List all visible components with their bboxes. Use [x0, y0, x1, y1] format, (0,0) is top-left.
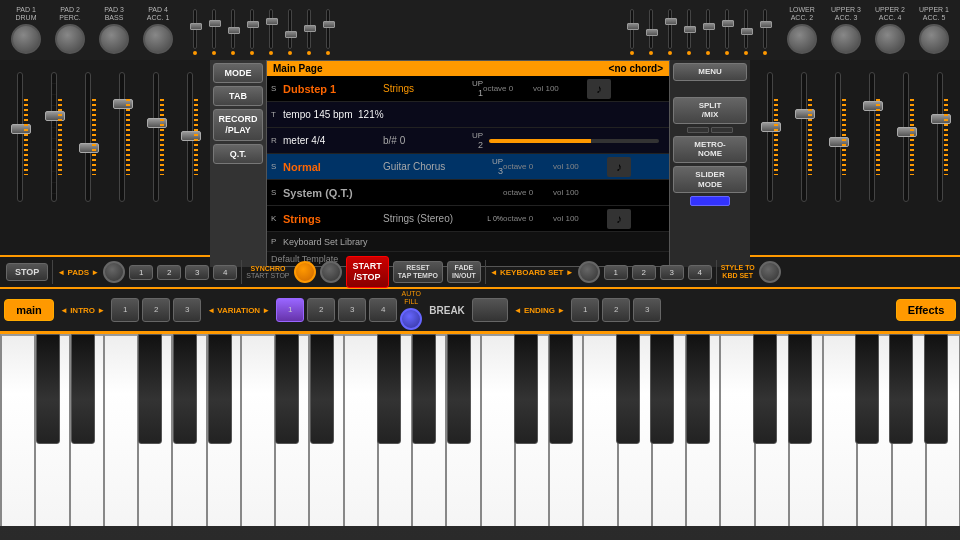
- ending-btn-1[interactable]: 1: [571, 298, 599, 322]
- acc2-circle[interactable]: [787, 24, 817, 54]
- pad1-button[interactable]: PAD 1 DRUM: [6, 6, 46, 53]
- fader-r7[interactable]: [739, 5, 753, 55]
- synchro-stop-btn[interactable]: [320, 261, 342, 283]
- kbd-num-4[interactable]: 4: [688, 265, 712, 280]
- variation-btn-2[interactable]: 2: [307, 298, 335, 322]
- fader-8[interactable]: [321, 5, 335, 55]
- white-key-4[interactable]: [104, 334, 138, 526]
- fader-r6[interactable]: [720, 5, 734, 55]
- intro-btn-2[interactable]: 2: [142, 298, 170, 322]
- split-slider-1[interactable]: [687, 127, 709, 133]
- white-key-27[interactable]: [892, 334, 926, 526]
- pad4-circle[interactable]: [143, 24, 173, 54]
- fader-4[interactable]: [245, 5, 259, 55]
- white-key-26[interactable]: [857, 334, 891, 526]
- white-key-24[interactable]: [789, 334, 823, 526]
- record-play-button[interactable]: RECORD /PLAY: [213, 109, 263, 141]
- pad-synchro-start[interactable]: [103, 261, 125, 283]
- display-row-strings[interactable]: K Strings Strings (Stereo) L 0% octave 0…: [267, 206, 669, 232]
- display-row-dubstep[interactable]: S Dubstep 1 Strings UP1 octave 0 vol 100…: [267, 76, 669, 102]
- pad3-circle[interactable]: [99, 24, 129, 54]
- white-key-7[interactable]: [207, 334, 241, 526]
- pad-num-3[interactable]: 3: [185, 265, 209, 280]
- white-key-28[interactable]: [926, 334, 960, 526]
- pad-num-1[interactable]: 1: [129, 265, 153, 280]
- pad-num-2[interactable]: 2: [157, 265, 181, 280]
- acc2-button[interactable]: LOWER ACC. 2: [782, 6, 822, 53]
- fader-r5[interactable]: [701, 5, 715, 55]
- kbd-num-3[interactable]: 3: [660, 265, 684, 280]
- kbd-circle[interactable]: [578, 261, 600, 283]
- white-key-19[interactable]: [618, 334, 652, 526]
- pad2-button[interactable]: PAD 2 PERC.: [50, 6, 90, 53]
- white-key-1[interactable]: [0, 334, 35, 526]
- display-row-normal[interactable]: S Normal Guitar Chorus UP3 octave 0 vol …: [267, 154, 669, 180]
- white-key-13[interactable]: [412, 334, 446, 526]
- white-key-22[interactable]: [720, 334, 754, 526]
- metronome-button[interactable]: METRO-NOME: [673, 136, 747, 163]
- auto-fill-btn[interactable]: [400, 308, 422, 330]
- acc3-circle[interactable]: [831, 24, 861, 54]
- white-key-5[interactable]: [138, 334, 172, 526]
- acc3-button[interactable]: UPPER 3 ACC. 3: [826, 6, 866, 53]
- effects-button[interactable]: Effects: [896, 299, 956, 321]
- display-row-kbdset[interactable]: P Keyboard Set Library: [267, 232, 669, 252]
- white-key-10[interactable]: [309, 334, 343, 526]
- fader-2[interactable]: [207, 5, 221, 55]
- slider-mode-button[interactable]: SLIDERMODE: [673, 166, 747, 193]
- white-key-15[interactable]: [481, 334, 515, 526]
- white-key-21[interactable]: [686, 334, 720, 526]
- acc5-circle[interactable]: [919, 24, 949, 54]
- split-mix-button[interactable]: SPLIT/MIX: [673, 97, 747, 124]
- pad-num-4[interactable]: 4: [213, 265, 237, 280]
- white-key-8[interactable]: [241, 334, 275, 526]
- mode-button[interactable]: MODE: [213, 63, 263, 83]
- white-key-25[interactable]: [823, 334, 857, 526]
- variation-btn-3[interactable]: 3: [338, 298, 366, 322]
- kbd-num-1[interactable]: 1: [604, 265, 628, 280]
- white-key-20[interactable]: [652, 334, 686, 526]
- white-key-12[interactable]: [378, 334, 412, 526]
- piano-keyboard[interactable]: [0, 331, 960, 526]
- synchro-start-btn[interactable]: [294, 261, 316, 283]
- main-button[interactable]: main: [4, 299, 54, 321]
- fader-3[interactable]: [226, 5, 240, 55]
- style-kbd-circle[interactable]: [759, 261, 781, 283]
- fader-1[interactable]: [188, 5, 202, 55]
- acc4-circle[interactable]: [875, 24, 905, 54]
- reset-button[interactable]: RESETTAP TEMPO: [393, 261, 443, 284]
- pad3-button[interactable]: PAD 3 BASS: [94, 6, 134, 53]
- white-key-16[interactable]: [515, 334, 549, 526]
- tab-button[interactable]: TAB: [213, 86, 263, 106]
- break-btn[interactable]: [472, 298, 508, 322]
- start-stop-button[interactable]: START/STOP: [346, 256, 389, 288]
- white-key-6[interactable]: [172, 334, 206, 526]
- fader-r2[interactable]: [644, 5, 658, 55]
- fader-5[interactable]: [264, 5, 278, 55]
- fader-r1[interactable]: [625, 5, 639, 55]
- ending-btn-2[interactable]: 2: [602, 298, 630, 322]
- pad1-circle[interactable]: [11, 24, 41, 54]
- white-key-3[interactable]: [70, 334, 104, 526]
- fader-7[interactable]: [302, 5, 316, 55]
- variation-btn-4[interactable]: 4: [369, 298, 397, 322]
- display-row-system[interactable]: S System (Q.T.) octave 0 vol 100: [267, 180, 669, 206]
- ending-btn-3[interactable]: 3: [633, 298, 661, 322]
- stop-button[interactable]: STOP: [6, 263, 48, 281]
- fader-r8[interactable]: [758, 5, 772, 55]
- fader-r4[interactable]: [682, 5, 696, 55]
- qt-button[interactable]: Q.T.: [213, 144, 263, 164]
- fader-6[interactable]: [283, 5, 297, 55]
- display-row-meter[interactable]: R meter 4/4 b/# 0 UP2: [267, 128, 669, 154]
- variation-btn-1[interactable]: 1: [276, 298, 304, 322]
- acc4-button[interactable]: UPPER 2 ACC. 4: [870, 6, 910, 53]
- intro-btn-3[interactable]: 3: [173, 298, 201, 322]
- white-key-18[interactable]: [583, 334, 617, 526]
- intro-btn-1[interactable]: 1: [111, 298, 139, 322]
- white-key-9[interactable]: [275, 334, 309, 526]
- white-key-23[interactable]: [755, 334, 789, 526]
- white-key-14[interactable]: [446, 334, 480, 526]
- menu-button[interactable]: MENU: [673, 63, 747, 81]
- fader-r3[interactable]: [663, 5, 677, 55]
- pad2-circle[interactable]: [55, 24, 85, 54]
